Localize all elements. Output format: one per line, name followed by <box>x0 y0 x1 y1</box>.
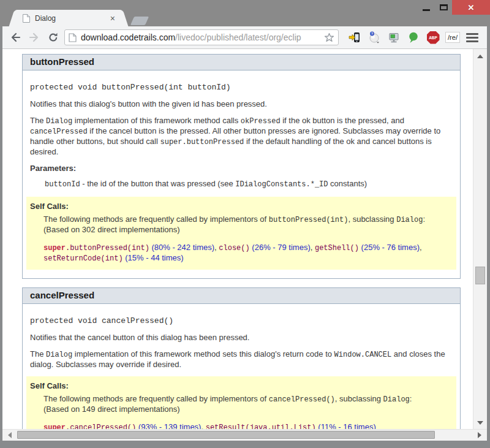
call-frequency: (80% - 242 times) <box>151 243 214 252</box>
method-link[interactable]: getShell() <box>315 244 359 252</box>
text-run: : <box>423 215 425 224</box>
method-link[interactable]: close() <box>219 244 249 252</box>
text-run: The <box>30 349 46 359</box>
url-bar[interactable]: download.codetrails.com/livedoc/publishe… <box>64 29 339 45</box>
adblock-plus-extension-icon[interactable]: ABP <box>426 31 440 44</box>
url-domain: download.codetrails.com <box>81 32 175 42</box>
url-text: download.codetrails.com/livedoc/publishe… <box>81 32 323 42</box>
self-calls-label: Self Calls: <box>30 381 451 390</box>
self-calls-panel: Self Calls: The following methods are fr… <box>26 197 456 270</box>
self-calls-panel: Self Calls: The following methods are fr… <box>26 376 456 429</box>
parameters-label: Parameters: <box>30 164 453 173</box>
page-icon <box>69 33 77 42</box>
text-run: The <box>30 116 46 125</box>
bookmark-star-icon[interactable] <box>324 32 334 43</box>
text-run: implementation of this framework method … <box>72 349 334 359</box>
inline-code: cancelPressed() <box>269 395 335 404</box>
minimize-icon <box>423 9 430 11</box>
menu-button[interactable] <box>466 33 478 42</box>
method-summary: Notifies that the cancel button of this … <box>30 333 453 342</box>
horizontal-scrollbar[interactable] <box>2 429 487 441</box>
text-run: The following methods are frequently cal… <box>43 215 269 224</box>
browser-tab[interactable]: Dialog × <box>16 10 121 26</box>
method-heading: cancelPressed <box>23 288 460 304</box>
text-run: , subclassing <box>335 394 383 403</box>
url-path: /livedoc/published/latest/org/eclip <box>175 32 301 42</box>
maximize-button[interactable] <box>435 0 452 15</box>
sphere-extension-icon[interactable]: ? <box>368 31 381 44</box>
text-run: : <box>410 394 412 403</box>
window-border-right <box>487 15 490 448</box>
call-frequency: (11% - 16 times) <box>318 422 375 429</box>
text-run: , <box>420 243 422 252</box>
abp-badge: ABP <box>427 31 440 44</box>
inline-code: Dialog <box>383 395 410 404</box>
reload-button[interactable] <box>45 29 61 45</box>
tab-title: Dialog <box>35 14 108 23</box>
screen-share-extension-icon[interactable] <box>387 31 401 44</box>
super-keyword: super <box>43 423 66 429</box>
page-favicon-icon <box>22 13 31 23</box>
document-page: buttonPressed protected void buttonPress… <box>2 49 473 429</box>
forward-button[interactable] <box>26 29 42 45</box>
inline-code: buttonPressed(int) <box>269 216 349 224</box>
method-section-cancelpressed: cancelPressed protected void cancelPress… <box>22 287 461 429</box>
inline-code: IDialogConstants.*_ID <box>235 180 328 189</box>
inline-code: Dialog <box>46 117 72 126</box>
scroll-left-icon[interactable] <box>8 432 12 438</box>
scroll-down-icon[interactable] <box>477 421 483 425</box>
text-run: - the id of the button that was pressed … <box>80 179 236 188</box>
feedback-balloon-extension-icon[interactable] <box>407 31 420 44</box>
text-run: , <box>311 243 315 252</box>
new-tab-button[interactable] <box>130 17 149 25</box>
vertical-scrollbar[interactable] <box>473 49 487 429</box>
title-bar[interactable]: Dialog × ✕ <box>0 0 490 26</box>
text-run: constants) <box>328 179 368 188</box>
method-signature: protected void buttonPressed(int buttonI… <box>30 83 453 92</box>
method-signature: protected void cancelPressed() <box>30 316 453 325</box>
window-close-button[interactable]: ✕ <box>452 0 490 15</box>
self-calls-intro: The following methods are frequently cal… <box>43 394 451 404</box>
call-frequency: (26% - 79 times) <box>252 243 310 252</box>
inline-code: buttonId <box>45 180 80 189</box>
send-to-phone-extension-icon[interactable] <box>348 31 361 44</box>
text-run: implementation of this framework method … <box>72 116 241 125</box>
self-calls-label: Self Calls: <box>30 202 451 211</box>
regex-extension-icon[interactable]: /re/ <box>446 31 459 44</box>
super-keyword: super <box>43 244 66 252</box>
method-description: The Dialog implementation of this framew… <box>30 349 453 369</box>
method-link[interactable]: setResult(java.util.List) <box>206 423 316 429</box>
inline-code: Window.CANCEL <box>334 351 392 359</box>
text-run: , subclassing <box>348 215 396 224</box>
browser-toolbar: download.codetrails.com/livedoc/publishe… <box>2 26 487 49</box>
horizontal-scrollbar-thumb[interactable] <box>17 431 435 439</box>
text-run: , <box>201 422 205 429</box>
vertical-scrollbar-thumb[interactable] <box>475 267 485 284</box>
method-link[interactable]: setReturnCode(int) <box>43 254 123 263</box>
inline-code: okPressed <box>241 117 281 126</box>
call-frequency: (93% - 139 times) <box>138 422 202 429</box>
parameter-description: buttonId - the id of the button that was… <box>45 179 453 189</box>
self-calls-intro: The following methods are frequently cal… <box>43 215 451 225</box>
back-button[interactable] <box>7 29 23 45</box>
minimize-button[interactable] <box>418 0 435 15</box>
self-calls-methods: super.buttonPressed(int) (80% - 242 time… <box>43 243 451 264</box>
self-calls-basis: (Based on 302 direct implementations) <box>43 225 451 234</box>
method-link[interactable]: .cancelPressed() <box>66 423 136 429</box>
scroll-right-icon[interactable] <box>478 432 481 438</box>
inline-code: Dialog <box>396 216 423 224</box>
page-viewport: buttonPressed protected void buttonPress… <box>2 49 487 441</box>
method-summary: Notifies that this dialog's button with … <box>30 99 453 108</box>
tab-close-icon[interactable]: × <box>108 14 118 23</box>
inline-code: cancelPressed <box>30 127 88 136</box>
self-calls-methods: super.cancelPressed() (93% - 139 times),… <box>43 422 451 429</box>
method-link[interactable]: .buttonPressed(int) <box>66 244 149 252</box>
inline-code: super.buttonPressed <box>160 138 244 146</box>
scroll-up-icon[interactable] <box>477 55 483 58</box>
maximize-icon <box>440 4 448 10</box>
method-description: The Dialog implementation of this framew… <box>30 116 453 156</box>
call-frequency: (15% - 44 times) <box>125 253 183 262</box>
inline-code: Dialog <box>46 351 72 359</box>
self-calls-basis: (Based on 149 direct implementations) <box>43 404 451 414</box>
window-border-left <box>0 0 2 448</box>
